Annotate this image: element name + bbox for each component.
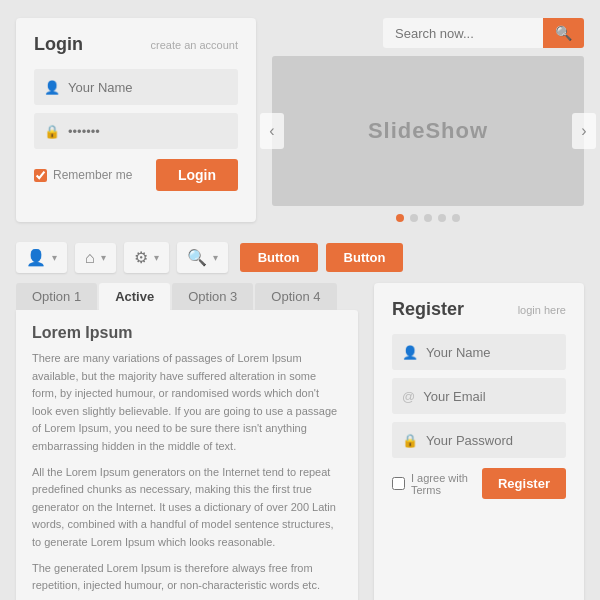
search-button[interactable]: 🔍 xyxy=(543,18,584,48)
login-name-input[interactable] xyxy=(68,80,228,95)
search-bar: 🔍 xyxy=(272,18,584,48)
tab-option1[interactable]: Option 1 xyxy=(16,283,97,310)
register-email-group: @ xyxy=(392,378,566,414)
top-section: Login create an account 👤 🔒 Remember me … xyxy=(0,0,600,232)
tab-active[interactable]: Active xyxy=(99,283,170,310)
register-title: Register xyxy=(392,299,464,320)
register-email-input[interactable] xyxy=(423,389,556,404)
tab-option3[interactable]: Option 3 xyxy=(172,283,253,310)
slideshow-label: SlideShow xyxy=(368,118,488,144)
agree-terms-checkbox[interactable] xyxy=(392,477,405,490)
tab-option4[interactable]: Option 4 xyxy=(255,283,336,310)
remember-me-checkbox[interactable] xyxy=(34,169,47,182)
login-name-group: 👤 xyxy=(34,69,238,105)
home-chevron-icon: ▾ xyxy=(101,252,106,263)
content-paragraph-2: All the Lorem Ipsum generators on the In… xyxy=(32,464,342,552)
search-nav-icon: 🔍 xyxy=(187,248,207,267)
tabs-bar: Option 1 Active Option 3 Option 4 xyxy=(16,283,358,310)
nav-section: 👤 ▾ ⌂ ▾ ⚙ ▾ 🔍 ▾ Button Button xyxy=(0,232,600,283)
login-footer: Remember me Login xyxy=(34,159,238,191)
gear-chevron-icon: ▾ xyxy=(154,252,159,263)
nav-button-2[interactable]: Button xyxy=(326,243,404,272)
dot-4[interactable] xyxy=(438,214,446,222)
content-paragraph-3: The generated Lorem Ipsum is therefore a… xyxy=(32,560,342,595)
login-password-group: 🔒 xyxy=(34,113,238,149)
email-icon: @ xyxy=(402,389,415,404)
remember-me-label[interactable]: Remember me xyxy=(34,168,132,182)
nav-button-1[interactable]: Button xyxy=(240,243,318,272)
user-chevron-icon: ▾ xyxy=(52,252,57,263)
gear-nav-icon: ⚙ xyxy=(134,248,148,267)
home-nav-icon: ⌂ xyxy=(85,249,95,267)
register-lock-icon: 🔒 xyxy=(402,433,418,448)
login-password-input[interactable] xyxy=(68,124,228,139)
login-title: Login xyxy=(34,34,83,55)
content-title: Lorem Ipsum xyxy=(32,324,342,342)
slide-right-arrow[interactable]: › xyxy=(572,113,596,149)
search-input[interactable] xyxy=(383,18,543,48)
agree-terms-label[interactable]: I agree with Terms xyxy=(392,472,482,496)
login-header: Login create an account xyxy=(34,34,238,55)
slideshow-area: 🔍 ‹ SlideShow › xyxy=(272,18,584,222)
create-account-link[interactable]: create an account xyxy=(151,39,238,51)
slide-dots xyxy=(272,214,584,222)
register-password-group: 🔒 xyxy=(392,422,566,458)
nav-group-search[interactable]: 🔍 ▾ xyxy=(177,242,228,273)
user-nav-icon: 👤 xyxy=(26,248,46,267)
dot-3[interactable] xyxy=(424,214,432,222)
register-button[interactable]: Register xyxy=(482,468,566,499)
content-area: Lorem Ipsum There are many variations of… xyxy=(16,310,358,600)
login-here-link[interactable]: login here xyxy=(518,304,566,316)
user-icon: 👤 xyxy=(44,80,60,95)
lock-icon: 🔒 xyxy=(44,124,60,139)
nav-buttons: Button Button xyxy=(240,243,404,272)
register-password-input[interactable] xyxy=(426,433,556,448)
nav-group-user[interactable]: 👤 ▾ xyxy=(16,242,67,273)
content-paragraph-1: There are many variations of passages of… xyxy=(32,350,342,456)
register-card: Register login here 👤 @ 🔒 I agree with T… xyxy=(374,283,584,600)
bottom-section: Option 1 Active Option 3 Option 4 Lorem … xyxy=(0,283,600,600)
search-chevron-icon: ▾ xyxy=(213,252,218,263)
dot-2[interactable] xyxy=(410,214,418,222)
tabs-content: Option 1 Active Option 3 Option 4 Lorem … xyxy=(16,283,358,600)
register-footer: I agree with Terms Register xyxy=(392,468,566,499)
nav-group-home[interactable]: ⌂ ▾ xyxy=(75,243,116,273)
login-button[interactable]: Login xyxy=(156,159,238,191)
dot-5[interactable] xyxy=(452,214,460,222)
dot-1[interactable] xyxy=(396,214,404,222)
login-card: Login create an account 👤 🔒 Remember me … xyxy=(16,18,256,222)
slide-left-arrow[interactable]: ‹ xyxy=(260,113,284,149)
register-user-icon: 👤 xyxy=(402,345,418,360)
slideshow-container: ‹ SlideShow › xyxy=(272,56,584,206)
register-header: Register login here xyxy=(392,299,566,320)
nav-group-gear[interactable]: ⚙ ▾ xyxy=(124,242,169,273)
register-name-input[interactable] xyxy=(426,345,556,360)
register-name-group: 👤 xyxy=(392,334,566,370)
